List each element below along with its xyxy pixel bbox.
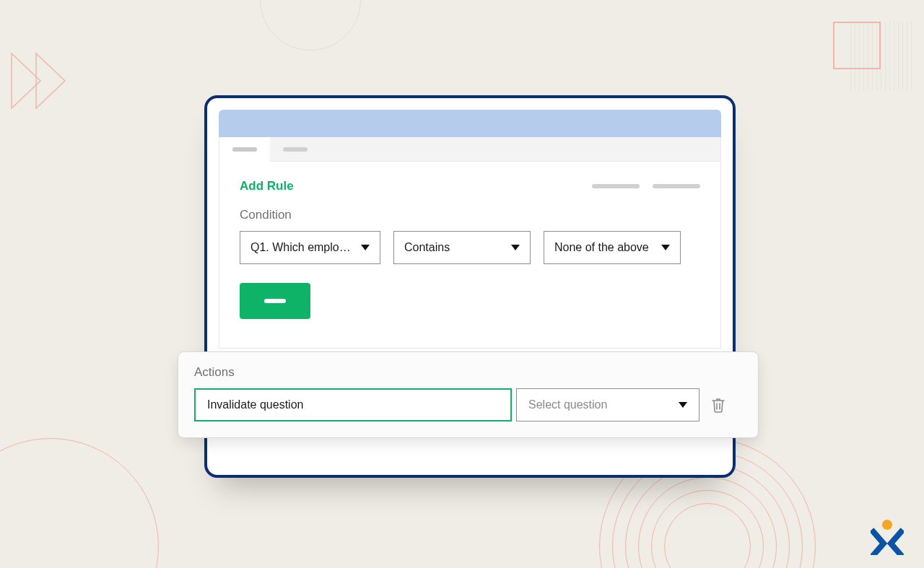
caret-down-icon [511,245,520,250]
add-rule-heading: Add Rule [240,179,294,193]
tab-bar [219,137,721,162]
actions-panel: Actions Invalidate question Select quest… [178,351,759,438]
action-type-value: Invalidate question [207,398,303,411]
tab-inactive[interactable] [270,137,321,162]
content-panel: Add Rule Condition Q1. Which employ... C… [219,162,721,349]
decorative-square [833,22,881,69]
caret-down-icon [361,245,370,250]
delete-action-button[interactable] [704,388,733,421]
decorative-arrows [6,45,78,117]
toolbar-placeholders [592,184,700,188]
caret-down-icon [661,245,670,250]
window-titlebar [219,110,721,137]
condition-value-value: None of the above [554,241,649,254]
condition-operator-value: Contains [404,241,450,254]
condition-operator-select[interactable]: Contains [393,231,531,264]
condition-question-select[interactable]: Q1. Which employ... [240,231,380,264]
actions-section-label: Actions [194,365,742,380]
tab-active[interactable] [219,137,270,162]
trash-icon [711,397,725,413]
svg-point-0 [882,520,892,530]
action-question-select[interactable]: Select question [516,388,699,421]
add-condition-button[interactable] [240,283,310,319]
button-placeholder-label [264,299,286,303]
condition-question-value: Q1. Which employ... [250,241,352,254]
condition-value-select[interactable]: None of the above [544,231,681,264]
decorative-circle [0,438,159,568]
caret-down-icon [679,402,687,408]
condition-section-label: Condition [240,208,700,222]
action-question-placeholder: Select question [528,398,607,411]
decorative-circle [260,0,361,51]
condition-row: Q1. Which employ... Contains None of the… [240,231,700,264]
action-type-select[interactable]: Invalidate question [194,388,512,421]
brand-logo [871,519,904,555]
